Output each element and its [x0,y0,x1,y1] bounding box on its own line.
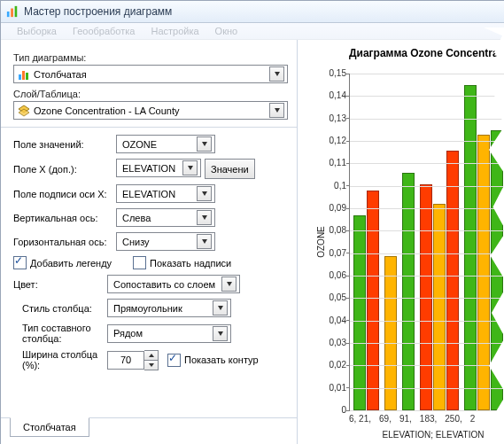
show-labels-checkbox[interactable]: Показать надписи [133,256,231,269]
color-select[interactable]: Сопоставить со слоем [107,275,240,293]
x-tick: 250, [445,414,461,424]
bar-style-label: Стиль столбца: [22,303,107,314]
x-field-select[interactable]: ELEVATION [116,159,201,177]
wizard-window: Мастер построения диаграмм Выборка Геооб… [0,0,504,444]
v-axis-select[interactable]: Слева [116,208,215,227]
x-tick: 183, [420,414,437,424]
x-value-button-label: Значени [211,164,249,175]
add-legend-label: Добавить легенду [30,258,112,269]
y-tick: 0,09 [300,203,346,213]
menu-item: Настройка [151,26,198,36]
chart-bar [367,191,379,410]
bar-width-value: 70 [120,354,131,365]
x-tick-labels: 6, 21,69,91,183,250,2 [349,414,475,424]
chart-type-select[interactable]: Столбчатая [13,65,288,83]
chart-bar [420,184,432,410]
form-panel: Тип диаграммы: Столбчатая Слой/Таблица: … [1,40,298,444]
menu-item: Геообработка [73,26,136,36]
chevron-down-icon [197,136,212,152]
x-label-field-value: ELEVATION [122,189,175,199]
value-field-label: Поле значений: [13,139,116,150]
series-tab-label: Столбчатая [23,422,76,432]
value-field-select[interactable]: OZONE [116,135,215,153]
multibar-label: Тип составного столбца: [22,323,107,344]
chevron-down-icon [213,326,228,341]
y-tick: 0,05 [300,292,346,302]
y-tick: 0,03 [300,338,346,347]
chart-type-value: Столбчатая [34,69,87,80]
window-title: Мастер построения диаграмм [24,5,172,18]
chevron-down-icon [197,186,212,201]
bar-width-input[interactable]: 70 [107,351,144,370]
y-tick: 0,08 [300,225,346,235]
layer-value: Ozone Concentration - LA County [34,105,179,116]
chevron-down-icon [182,160,198,175]
bar-group [420,151,459,410]
chart-bar [491,130,503,410]
layer-select[interactable]: Ozone Concentration - LA County [13,101,288,120]
v-axis-label: Вертикальная ось: [13,213,116,223]
titlebar[interactable]: Мастер построения диаграмм [1,1,504,23]
chevron-down-icon [213,300,228,315]
y-tick: 0,02 [300,360,346,370]
x-field-label: Поле X (доп.): [13,164,116,175]
y-tick: 0,07 [300,248,346,258]
x-tick: 91, [399,414,412,424]
value-field-value: OZONE [122,139,157,150]
spin-up-icon [144,351,158,360]
show-labels-label: Показать надписи [150,258,231,269]
chevron-down-icon [269,66,284,82]
x-tick: 69, [379,414,392,424]
checkbox-icon [133,256,146,269]
y-tick: 0,06 [300,270,346,280]
chart-bar [477,135,490,410]
svg-rect-0 [7,12,10,17]
x-field-value: ELEVATION [122,163,175,174]
show-border-label: Показать контур [184,354,259,365]
y-tick: 0,04 [300,315,346,325]
divider [1,127,297,128]
bar-style-select[interactable]: Прямоугольник [107,299,231,317]
multibar-select[interactable]: Рядом [107,324,231,343]
color-label: Цвет: [13,279,107,290]
layer-label: Слой/Таблица: [13,89,288,99]
y-tick: 0,1 [300,181,346,191]
x-tick: 2 [470,414,476,424]
chevron-down-icon [221,277,236,292]
menu-item: Окно [215,26,238,36]
chevron-down-icon [197,210,212,225]
checkbox-checked-icon [167,354,181,367]
svg-rect-1 [11,9,13,18]
svg-rect-4 [22,71,25,80]
color-value: Сопоставить со слоем [113,279,215,290]
menu-item: Выборка [17,26,57,36]
show-border-checkbox[interactable]: Показать контур [167,354,259,367]
series-tab[interactable]: Столбчатая [10,417,89,437]
y-tick: 0,13 [300,113,346,123]
svg-rect-3 [19,74,21,80]
x-label-field-select[interactable]: ELEVATION [116,184,215,203]
chart-preview: Диаграмма Ozone Concentration - OZONE 00… [298,40,504,444]
h-axis-select[interactable]: Снизу [116,232,215,251]
spin-down-icon [144,360,158,370]
svg-rect-2 [15,6,18,17]
svg-rect-5 [26,73,28,80]
y-tick: 0,15 [300,68,346,78]
bar-width-spinner[interactable] [144,350,159,370]
chart-type-label: Тип диаграммы: [13,52,288,63]
x-value-button[interactable]: Значени [205,159,255,179]
y-tick: 0,12 [300,136,346,145]
x-tick: 6, 21, [349,414,371,424]
h-axis-value: Снизу [122,237,150,247]
bar-icon [18,68,30,81]
bar-group [464,85,503,410]
bar-group [353,191,379,410]
chart-bar [446,151,459,410]
chart-bar [464,85,477,410]
add-legend-checkbox[interactable]: Добавить легенду [13,256,112,269]
background-menu: Выборка Геообработка Настройка Окно [1,23,504,40]
y-tick: 0,14 [300,90,346,100]
h-axis-label: Горизонтальная ось: [13,237,116,247]
bar-style-value: Прямоугольник [113,303,182,314]
chart-bars [350,74,504,410]
